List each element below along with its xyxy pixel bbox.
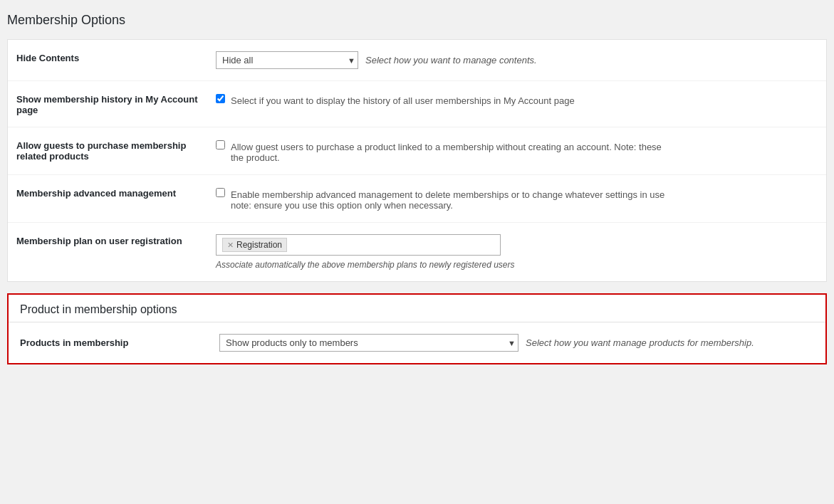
allow-guests-row: Allow guests to purchase membership rela… — [8, 127, 826, 175]
hide-contents-description: Select how you want to manage contents. — [365, 55, 537, 65]
products-in-membership-label: Products in membership — [20, 337, 219, 348]
page-wrapper: Membership Options Hide Contents Hide al… — [0, 0, 834, 504]
allow-guests-checkbox[interactable] — [216, 140, 225, 149]
show-membership-history-row: Show membership history in My Account pa… — [8, 81, 826, 127]
products-in-membership-description: Select how you want manage products for … — [526, 337, 754, 348]
products-in-membership-select-wrapper: Show products only to members Show all p… — [219, 334, 518, 352]
registration-tag-label: Registration — [236, 240, 282, 250]
hide-contents-content: Hide all Show excerpt Show nothing ▼ Sel… — [216, 51, 818, 69]
allow-guests-label: Allow guests to purchase membership rela… — [16, 139, 216, 162]
membership-plan-registration-label: Membership plan on user registration — [16, 234, 216, 246]
allow-guests-description: Allow guest users to purchase a product … — [231, 142, 662, 163]
hide-contents-select-wrapper: Hide all Show excerpt Show nothing ▼ — [216, 51, 358, 69]
membership-plan-registration-row: Membership plan on user registration ✕ R… — [8, 223, 826, 281]
show-membership-history-description: Select if you want to display the histor… — [231, 95, 575, 106]
allow-guests-content: Allow guest users to purchase a product … — [216, 139, 818, 163]
show-membership-history-content: Select if you want to display the histor… — [216, 93, 818, 106]
show-membership-history-label: Show membership history in My Account pa… — [16, 93, 216, 115]
advanced-management-label: Membership advanced management — [16, 187, 216, 199]
remove-registration-tag[interactable]: ✕ — [227, 241, 234, 249]
membership-options-table: Hide Contents Hide all Show excerpt Show… — [7, 40, 827, 282]
show-membership-history-checkbox[interactable] — [216, 94, 225, 103]
advanced-management-checkbox[interactable] — [216, 188, 225, 197]
show-membership-history-checkbox-row: Select if you want to display the histor… — [216, 93, 575, 106]
hide-contents-row: Hide Contents Hide all Show excerpt Show… — [8, 40, 826, 81]
product-section: Product in membership options Products i… — [7, 293, 827, 364]
allow-guests-checkbox-row: Allow guest users to purchase a product … — [216, 139, 662, 163]
products-in-membership-select[interactable]: Show products only to members Show all p… — [219, 334, 518, 352]
membership-plan-tag-input[interactable]: ✕ Registration — [216, 234, 501, 256]
advanced-management-description: Enable membership advanced management to… — [231, 189, 664, 211]
membership-plan-registration-content: ✕ Registration Associate automatically t… — [216, 234, 818, 270]
advanced-management-content: Enable membership advanced management to… — [216, 187, 818, 211]
advanced-management-checkbox-row: Enable membership advanced management to… — [216, 187, 664, 211]
products-in-membership-row: Products in membership Show products onl… — [9, 322, 825, 363]
section-title: Membership Options — [7, 7, 827, 40]
associate-text: Associate automatically the above member… — [216, 260, 515, 270]
products-in-membership-content: Show products only to members Show all p… — [219, 334, 814, 352]
hide-contents-select[interactable]: Hide all Show excerpt Show nothing — [216, 51, 358, 69]
product-section-title: Product in membership options — [9, 295, 825, 322]
registration-tag: ✕ Registration — [222, 238, 287, 252]
hide-contents-label: Hide Contents — [16, 51, 216, 63]
advanced-management-row: Membership advanced management Enable me… — [8, 175, 826, 223]
